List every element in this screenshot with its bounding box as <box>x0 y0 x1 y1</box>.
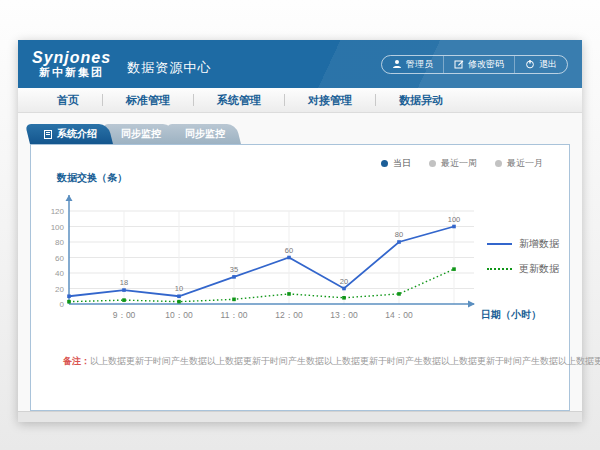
radio-dot-icon <box>429 160 436 167</box>
content-area: 系统介绍 同步监控 同步监控 当日 <box>18 113 582 411</box>
svg-text:0: 0 <box>60 300 65 309</box>
svg-text:20: 20 <box>340 277 348 286</box>
header-actions: 管理员 修改密码 退出 <box>381 55 568 74</box>
range-option-today[interactable]: 当日 <box>381 157 411 170</box>
svg-text:100: 100 <box>51 223 65 232</box>
svg-text:14：00: 14：00 <box>385 310 413 320</box>
change-password-button[interactable]: 修改密码 <box>443 56 514 73</box>
range-label: 最近一月 <box>507 157 543 170</box>
power-icon <box>525 59 535 69</box>
svg-text:60: 60 <box>285 246 293 255</box>
page-title: 数据资源中心 <box>127 59 211 77</box>
document-icon <box>44 130 52 139</box>
time-range-filter: 当日 最近一周 最近一月 <box>381 157 543 170</box>
user-icon <box>392 59 402 69</box>
tab-label: 同步监控 <box>185 124 225 144</box>
svg-text:60: 60 <box>55 254 64 263</box>
tab-sync-monitor-2[interactable]: 同步监控 <box>171 124 241 144</box>
main-nav: 首页 标准管理 系统管理 对接管理 数据异动 <box>18 88 582 113</box>
tab-sync-monitor-1[interactable]: 同步监控 <box>107 124 177 144</box>
svg-text:10: 10 <box>175 284 183 293</box>
footnote-text: 以上数据更新于时间产生数据以上数据更新于时间产生数据以上数据更新于时间产生数据以… <box>90 356 600 366</box>
range-label: 当日 <box>393 157 411 170</box>
chart-panel: 当日 最近一周 最近一月 数据交换（条） 0204060801001209：00… <box>30 144 570 411</box>
svg-text:100: 100 <box>448 215 461 224</box>
dotted-line-icon <box>487 268 512 270</box>
brand-logo-subtext: 新中新集团 <box>32 67 111 79</box>
legend-item-update-data[interactable]: 更新数据 <box>487 262 559 276</box>
app-window: Synjones 新中新集团 数据资源中心 管理员 修改密码 退出 <box>18 40 582 422</box>
range-label: 最近一周 <box>441 157 477 170</box>
legend-label: 新增数据 <box>519 237 559 251</box>
nav-item-integration[interactable]: 对接管理 <box>285 93 375 108</box>
svg-text:10：00: 10：00 <box>165 310 193 320</box>
nav-item-standards[interactable]: 标准管理 <box>103 93 193 108</box>
svg-text:13：00: 13：00 <box>330 310 358 320</box>
svg-text:日期（小时）: 日期（小时） <box>481 309 541 320</box>
logout-button[interactable]: 退出 <box>514 56 567 73</box>
svg-text:40: 40 <box>55 269 64 278</box>
footnote-prefix: 备注： <box>63 356 90 366</box>
admin-user-label: 管理员 <box>406 58 433 71</box>
svg-text:18: 18 <box>120 278 128 287</box>
svg-text:80: 80 <box>55 238 64 247</box>
y-axis-title: 数据交换（条） <box>57 171 127 185</box>
legend-item-new-data[interactable]: 新增数据 <box>487 237 559 251</box>
radio-dot-icon <box>381 160 388 167</box>
brand-logo-text: Synjones <box>32 50 111 67</box>
window-footer <box>18 411 582 422</box>
svg-text:120: 120 <box>51 207 65 216</box>
tab-label: 同步监控 <box>121 124 161 144</box>
svg-text:35: 35 <box>230 265 238 274</box>
app-header: Synjones 新中新集团 数据资源中心 管理员 修改密码 退出 <box>18 40 582 88</box>
svg-text:11：00: 11：00 <box>221 310 248 320</box>
tab-bar: 系统介绍 同步监控 同步监控 <box>30 124 235 144</box>
tab-label: 系统介绍 <box>57 124 97 144</box>
nav-item-home[interactable]: 首页 <box>34 93 102 108</box>
svg-text:80: 80 <box>395 230 403 239</box>
series-legend: 新增数据 更新数据 <box>487 237 559 287</box>
svg-text:9：00: 9：00 <box>113 310 136 320</box>
logout-label: 退出 <box>539 58 557 71</box>
radio-dot-icon <box>495 160 502 167</box>
tab-system-intro[interactable]: 系统介绍 <box>30 124 113 144</box>
edit-icon <box>454 59 464 69</box>
brand-logo: Synjones 新中新集团 <box>32 50 111 78</box>
range-option-last-week[interactable]: 最近一周 <box>429 157 477 170</box>
legend-label: 更新数据 <box>519 262 559 276</box>
footnote: 备注：以上数据更新于时间产生数据以上数据更新于时间产生数据以上数据更新于时间产生… <box>63 355 559 368</box>
solid-line-icon <box>487 243 512 245</box>
admin-user-button[interactable]: 管理员 <box>382 56 443 73</box>
svg-text:20: 20 <box>55 285 64 294</box>
nav-item-data-change[interactable]: 数据异动 <box>376 93 466 108</box>
svg-text:12：00: 12：00 <box>275 310 303 320</box>
change-password-label: 修改密码 <box>468 58 504 71</box>
range-option-last-month[interactable]: 最近一月 <box>495 157 543 170</box>
nav-item-system[interactable]: 系统管理 <box>194 93 284 108</box>
